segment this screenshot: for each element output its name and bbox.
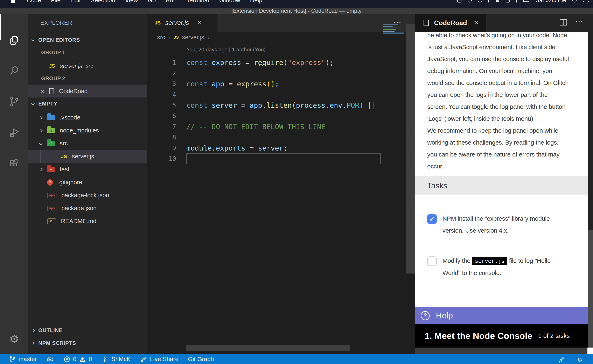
npm-scripts-section-header[interactable]: NPM SCRIPTS <box>28 338 147 348</box>
tree-item-label: test <box>60 166 69 173</box>
tree-item-package-json[interactable]: npmpackage.json <box>28 202 147 215</box>
line-numbers: 12345678910 <box>147 57 176 164</box>
menu-status-icon[interactable] <box>488 0 489 2</box>
open-editor-label: server.js <box>60 63 82 70</box>
tree-item--vscode[interactable]: .vscode <box>28 111 147 124</box>
status-bar: master00ShMcKLive ShareGit Graph <box>0 354 593 364</box>
outline-label: OUTLINE <box>38 327 63 334</box>
extensions-icon[interactable] <box>0 150 28 177</box>
tree-item-src[interactable]: </>src <box>28 137 147 150</box>
breadcrumb-symbol[interactable]: … <box>213 34 219 41</box>
tree-item-readme-md[interactable]: M↓README.md <box>28 215 147 228</box>
active-view-indicator-edge <box>0 14 1 40</box>
horizontal-scrollbar[interactable] <box>186 345 350 351</box>
task-item: Modify the server.js file to log "Hello … <box>427 256 580 279</box>
open-editors-header[interactable]: OPEN EDITORS <box>28 35 147 45</box>
menu-status-icon[interactable] <box>506 0 510 2</box>
source-control-icon[interactable] <box>0 88 28 115</box>
menu-clock[interactable]: Sat 5:45 PM <box>536 0 566 4</box>
tab-coderoad[interactable]: CodeRoad × <box>415 14 486 32</box>
panel-more-actions-icon[interactable]: ⋯ <box>575 17 584 26</box>
window-title-bar[interactable]: [Extension Development Host] - CodeRoad … <box>0 8 593 14</box>
menu-status-icon[interactable] <box>457 0 461 2</box>
status-item-bell[interactable] <box>576 356 584 363</box>
open-editor-label: CodeRoad <box>59 88 88 95</box>
status-item-0[interactable]: 00 <box>63 356 92 363</box>
menu-item-file[interactable]: File <box>51 0 60 4</box>
codelens-annotation[interactable]: You, 20 days ago | 1 author (You) <box>186 46 266 53</box>
menu-status-icon[interactable] <box>516 0 517 2</box>
minimap[interactable] <box>383 24 406 35</box>
status-item-live-share[interactable]: Live Share <box>140 356 179 363</box>
menu-item-run[interactable]: Run <box>166 0 176 4</box>
breadcrumb-src[interactable]: src <box>157 34 165 41</box>
chevron-down-icon <box>39 142 43 145</box>
vscode-window: CodeFileEditSelectionViewGoRunTerminalWi… <box>0 0 593 364</box>
menu-item-selection[interactable]: Selection <box>91 0 115 4</box>
status-item-cloud-upload[interactable] <box>46 356 54 363</box>
coderoad-panel: CodeRoad × ⋯ be able to check what's goi… <box>415 14 593 354</box>
git-icon: Y <box>46 178 54 186</box>
webview-scrollbar-track <box>588 230 593 348</box>
task-checkbox-checked[interactable]: ✓ <box>427 214 437 224</box>
menu-items: CodeFileEditSelectionViewGoRunTerminalWi… <box>27 0 262 4</box>
tree-item-test[interactable]: ⌁test <box>28 163 147 176</box>
tab-server-js[interactable]: JS server.js × <box>147 14 217 32</box>
status-item-master[interactable]: master <box>9 356 37 363</box>
tree-item-package-lock-json[interactable]: npmpackage-lock.json <box>28 189 147 202</box>
editor-group: JS server.js × ⋯ src › JS server.js › … … <box>147 14 415 354</box>
npm-scripts-label: NPM SCRIPTS <box>38 340 76 346</box>
task-checkbox-unchecked[interactable] <box>427 256 437 266</box>
webview-scrollbar-thumb[interactable] <box>588 32 593 230</box>
folder-section-header[interactable]: EMPTY <box>28 98 147 109</box>
lesson-progress: 1 of 2 tasks <box>538 332 570 339</box>
status-item-shmck[interactable]: ShMcK <box>101 356 131 363</box>
settings-gear-icon[interactable]: ⚙ <box>0 328 28 350</box>
tree-item-node-modules[interactable]: jsnode_modules <box>28 124 147 137</box>
menu-item-view[interactable]: View <box>125 0 138 4</box>
coderoad-webview: be able to check what's going on in your… <box>415 32 593 348</box>
status-item-feedback[interactable] <box>558 356 565 363</box>
close-tab-icon[interactable]: × <box>474 19 479 27</box>
menu-item-terminal[interactable]: Terminal <box>187 0 209 4</box>
explorer-icon[interactable] <box>0 27 28 53</box>
vertical-scrollbar[interactable] <box>406 24 415 273</box>
outline-section-header[interactable]: OUTLINE <box>28 325 147 336</box>
spotlight-icon[interactable] <box>573 0 577 2</box>
status-bar-left: master00ShMcKLive ShareGit Graph <box>9 354 214 364</box>
menu-status-icon[interactable] <box>495 0 500 2</box>
open-editor-detail: src <box>86 63 93 69</box>
open-editor-item-server.js[interactable]: JSserver.jssrc <box>28 60 147 72</box>
menu-item-help[interactable]: Help <box>250 0 262 4</box>
open-editor-item-coderoad[interactable]: ×CodeRoad <box>28 85 147 98</box>
chevron-down-icon <box>31 38 35 42</box>
menu-item-go[interactable]: Go <box>148 0 156 4</box>
chevron-down-icon <box>31 102 35 105</box>
close-editor-icon[interactable]: × <box>40 88 45 95</box>
run-debug-icon[interactable] <box>0 119 28 146</box>
breadcrumb-file[interactable]: server.js <box>182 34 204 41</box>
search-icon[interactable] <box>0 57 28 84</box>
tree-item-label: .gitignore <box>58 179 82 186</box>
tree-item-label: README.md <box>61 218 96 225</box>
menu-item-code[interactable]: Code <box>27 0 41 4</box>
menu-item-window[interactable]: Window <box>219 0 240 4</box>
help-button[interactable]: ? Help <box>415 307 588 324</box>
tree-item--gitignore[interactable]: Y.gitignore <box>28 176 147 189</box>
menu-item-edit[interactable]: Edit <box>70 0 81 4</box>
lesson-footer[interactable]: 1. Meet the Node Console 1 of 2 tasks <box>415 324 588 348</box>
control-center-icon[interactable] <box>583 0 589 2</box>
code-content[interactable]: const express = require("express");const… <box>186 57 381 164</box>
apple-logo-icon[interactable] <box>11 0 15 3</box>
tutorial-paragraph: be able to check what's going on in your… <box>427 32 590 172</box>
npm-icon: npm <box>47 193 56 198</box>
menu-status-icon[interactable] <box>478 0 482 2</box>
close-tab-icon[interactable]: × <box>197 19 202 27</box>
menu-status-icon[interactable] <box>468 0 472 2</box>
status-item-git-graph[interactable]: Git Graph <box>188 356 214 363</box>
task-text: NPM install the "express" library module… <box>442 213 550 236</box>
split-editor-icon[interactable] <box>560 19 567 26</box>
js-file-icon: JS <box>174 35 179 40</box>
breadcrumb[interactable]: src › JS server.js › … <box>157 34 219 41</box>
tree-item-server-js[interactable]: JSserver.js <box>28 150 147 163</box>
